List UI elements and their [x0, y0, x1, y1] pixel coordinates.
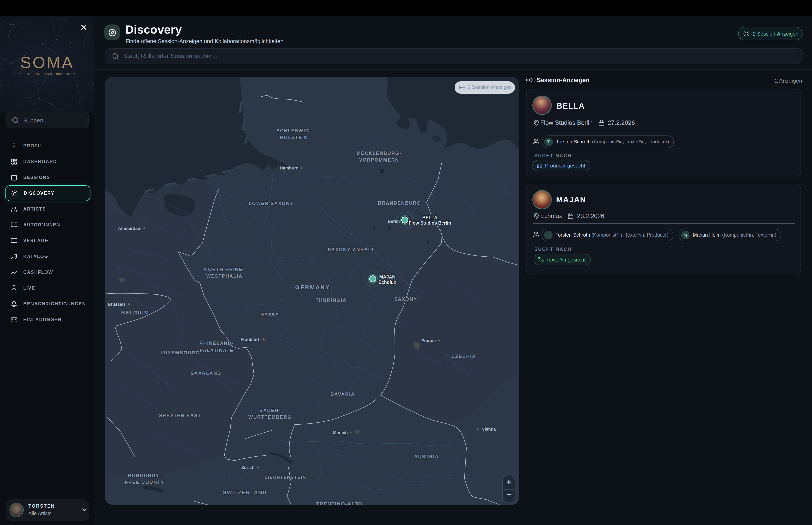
svg-text:Prague: Prague: [421, 338, 435, 343]
svg-text:BAVARIA: BAVARIA: [330, 391, 355, 396]
svg-text:BADEN-: BADEN-: [259, 408, 281, 413]
svg-text:Frankfurt: Frankfurt: [240, 337, 259, 342]
svg-text:MAJAN: MAJAN: [379, 274, 395, 279]
svg-text:LIECHTENSTEIN: LIECHTENSTEIN: [264, 475, 306, 480]
svg-text:SAXONY-ANHALT: SAXONY-ANHALT: [327, 247, 374, 252]
svg-text:LOWER SAXONY: LOWER SAXONY: [248, 201, 293, 206]
svg-text:GERMANY: GERMANY: [295, 284, 330, 290]
svg-text:CZECHIA: CZECHIA: [451, 354, 476, 359]
svg-text:SAXONY: SAXONY: [394, 296, 417, 301]
svg-text:SCHLESWIG-: SCHLESWIG-: [276, 128, 311, 133]
svg-text:BRANDENBURG: BRANDENBURG: [378, 200, 421, 206]
svg-text:SAARLAND: SAARLAND: [190, 371, 221, 376]
svg-text:Amsterdam: Amsterdam: [118, 226, 141, 231]
svg-text:MECKLENBURG-: MECKLENBURG-: [356, 150, 401, 156]
svg-text:TRENTINO-ALTO: TRENTINO-ALTO: [316, 501, 362, 505]
svg-text:BELGIUM: BELGIUM: [121, 310, 149, 315]
svg-text:Vienna: Vienna: [481, 426, 496, 431]
svg-text:Zurich: Zurich: [241, 465, 254, 470]
svg-text:Berlin: Berlin: [387, 219, 399, 224]
svg-text:BURGUNDY-: BURGUNDY-: [128, 473, 161, 478]
svg-text:RHINELAND-: RHINELAND-: [199, 341, 234, 346]
svg-text:Flow Studios Berlin: Flow Studios Berlin: [408, 220, 451, 225]
svg-text:HOLSTEIN: HOLSTEIN: [280, 135, 308, 140]
svg-text:Brussels: Brussels: [108, 302, 126, 306]
svg-text:Hamburg: Hamburg: [280, 165, 298, 170]
svg-text:GREATER EAST: GREATER EAST: [158, 413, 201, 418]
svg-text:NORTH RHINE-: NORTH RHINE-: [204, 267, 244, 272]
svg-text:SWITZERLAND: SWITZERLAND: [223, 489, 267, 495]
svg-text:WESTPHALIA: WESTPHALIA: [206, 273, 242, 279]
svg-text:PALATINATE: PALATINATE: [199, 348, 233, 353]
svg-text:THURINGIA: THURINGIA: [315, 298, 346, 303]
svg-text:Munich: Munich: [333, 430, 348, 435]
svg-text:AUSTRIA: AUSTRIA: [414, 454, 439, 459]
svg-text:FREE COUNTY: FREE COUNTY: [125, 480, 164, 485]
svg-text:LUXEMBOURG: LUXEMBOURG: [160, 350, 199, 355]
svg-text:WÜRTTEMBERG: WÜRTTEMBERG: [248, 415, 292, 420]
svg-text:Echolux: Echolux: [378, 280, 396, 285]
svg-text:HESSE: HESSE: [260, 312, 279, 317]
svg-text:VORPOMMERN: VORPOMMERN: [359, 157, 399, 162]
svg-text:BELLA: BELLA: [422, 215, 437, 220]
